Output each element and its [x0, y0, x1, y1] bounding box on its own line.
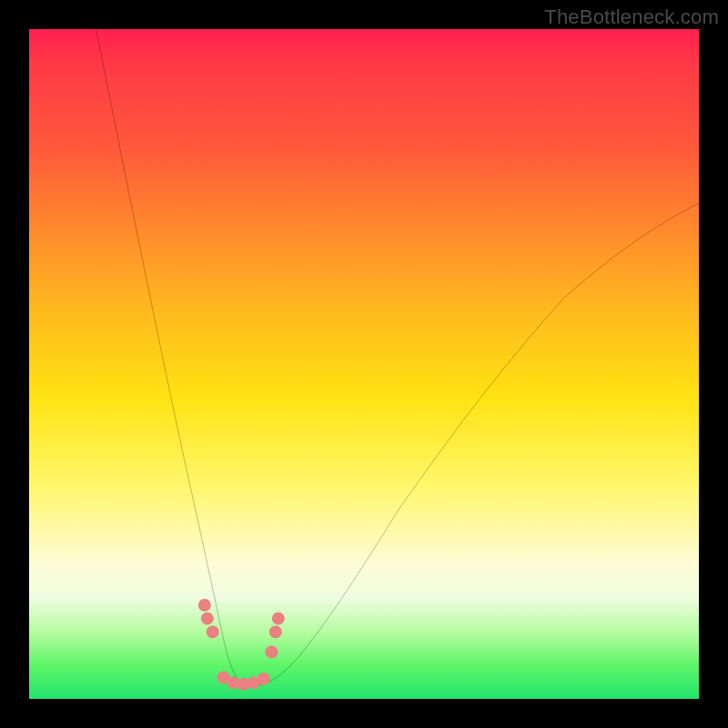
marker-group: [198, 599, 285, 691]
chart-svg: [29, 29, 699, 699]
marker-dot: [272, 612, 285, 625]
bottleneck-curve: [96, 29, 699, 685]
marker-dot: [207, 625, 219, 638]
marker-dot: [201, 612, 214, 625]
watermark-text: TheBottleneck.com: [544, 5, 719, 29]
plot-area: [29, 29, 699, 699]
marker-dot: [258, 672, 270, 685]
chart-frame: TheBottleneck.com: [0, 0, 728, 728]
marker-dot: [198, 599, 211, 612]
marker-dot: [265, 645, 278, 658]
marker-dot: [269, 625, 282, 638]
